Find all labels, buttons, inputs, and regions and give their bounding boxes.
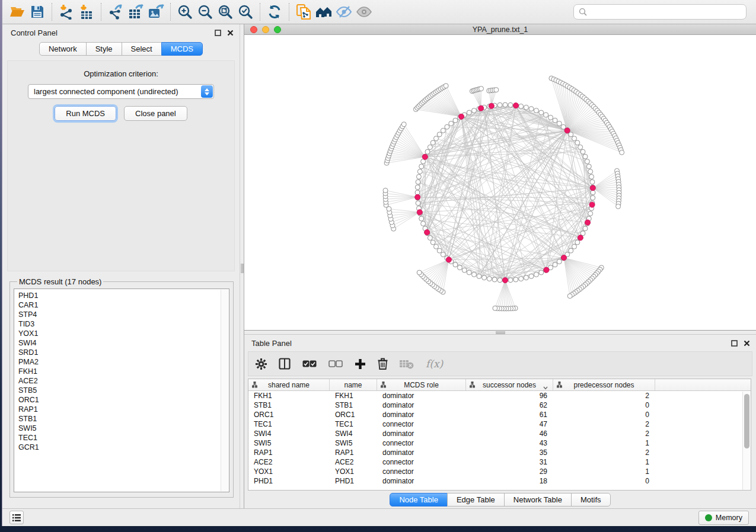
result-node[interactable]: GCR1 xyxy=(18,443,221,452)
network-node[interactable] xyxy=(589,174,594,179)
network-node[interactable] xyxy=(453,118,458,123)
network-node[interactable] xyxy=(620,150,624,155)
result-node[interactable]: ACE2 xyxy=(18,376,221,386)
mcds-hub-node[interactable] xyxy=(564,128,570,133)
table-row[interactable]: TEC1TEC1connector472 xyxy=(248,419,751,429)
result-node[interactable]: FKH1 xyxy=(18,367,221,376)
mcds-result-list[interactable]: PHD1CAR1STP4TID3YOX1SWI4SRD1PMA2FKH1ACE2… xyxy=(14,289,229,492)
list-scrollbar[interactable] xyxy=(221,290,228,491)
zoom-in-icon[interactable] xyxy=(175,2,195,21)
run-mcds-button[interactable]: Run MCDS xyxy=(55,106,116,121)
refresh-icon[interactable] xyxy=(264,2,285,21)
result-node[interactable]: TEC1 xyxy=(18,433,221,443)
network-node[interactable] xyxy=(519,104,524,108)
scrollbar-thumb[interactable] xyxy=(744,394,749,448)
table-row[interactable]: ACE2ACE2connector311 xyxy=(248,457,751,467)
close-panel-icon[interactable] xyxy=(744,340,750,347)
table-row[interactable]: SWI4SWI4dominator462 xyxy=(248,429,751,438)
tab-network[interactable]: Network xyxy=(39,42,87,56)
network-node[interactable] xyxy=(583,226,588,231)
memory-button[interactable]: Memory xyxy=(698,511,749,525)
network-node[interactable] xyxy=(419,216,424,221)
network-node[interactable] xyxy=(513,277,518,282)
network-node[interactable] xyxy=(567,294,572,299)
zoom-out-icon[interactable] xyxy=(195,2,215,21)
network-node[interactable] xyxy=(467,110,471,115)
network-window-titlebar[interactable]: YPA_prune.txt_1 xyxy=(244,24,756,35)
network-node[interactable] xyxy=(462,268,467,273)
network-node[interactable] xyxy=(529,107,534,111)
result-node[interactable]: STP4 xyxy=(18,310,221,319)
network-node[interactable] xyxy=(508,278,513,283)
network-node[interactable] xyxy=(578,145,583,149)
sort-chevron-icon[interactable] xyxy=(543,383,548,392)
tab-network-table[interactable]: Network Table xyxy=(504,493,572,507)
result-node[interactable]: SWI5 xyxy=(18,424,221,433)
tab-mcds[interactable]: MCDS xyxy=(161,42,203,56)
network-node[interactable] xyxy=(557,121,562,126)
export-network-icon[interactable] xyxy=(106,2,126,21)
network-node[interactable] xyxy=(534,272,538,277)
tab-node-table[interactable]: Node Table xyxy=(390,493,448,507)
tab-select[interactable]: Select xyxy=(122,42,162,56)
network-node[interactable] xyxy=(585,159,589,164)
select-all-icon[interactable] xyxy=(302,360,317,368)
network-node[interactable] xyxy=(553,118,557,123)
result-node[interactable]: SRD1 xyxy=(18,348,221,357)
network-node[interactable] xyxy=(383,188,388,193)
zoom-fit-icon[interactable] xyxy=(215,2,235,21)
network-node[interactable] xyxy=(580,149,585,154)
network-node[interactable] xyxy=(524,105,528,110)
node-table[interactable]: shared namenameMCDS rolesuccessor nodesp… xyxy=(248,379,751,491)
mcds-hub-node[interactable] xyxy=(585,220,590,225)
tab-motifs[interactable]: Motifs xyxy=(571,493,611,507)
result-node[interactable]: YOX1 xyxy=(18,329,221,338)
network-node[interactable] xyxy=(588,169,593,174)
network-node[interactable] xyxy=(539,270,544,275)
network-node[interactable] xyxy=(472,108,477,113)
network-node[interactable] xyxy=(482,275,487,280)
result-node[interactable]: STB5 xyxy=(18,386,221,395)
table-row[interactable]: YOX1YOX1connector291 xyxy=(248,467,751,476)
export-image-icon[interactable] xyxy=(146,2,166,21)
add-column-icon[interactable] xyxy=(355,358,366,370)
network-node[interactable] xyxy=(428,145,432,149)
network-node[interactable] xyxy=(425,149,430,154)
network-node[interactable] xyxy=(544,113,548,117)
mcds-hub-node[interactable] xyxy=(446,257,451,262)
horizontal-splitter[interactable] xyxy=(244,331,756,335)
network-node[interactable] xyxy=(588,211,593,216)
result-node[interactable]: CAR1 xyxy=(18,300,221,310)
network-node[interactable] xyxy=(472,272,477,277)
network-node[interactable] xyxy=(575,240,580,245)
column-header-shared-name[interactable]: shared name xyxy=(248,379,330,390)
table-row[interactable]: ORC1ORC1dominator610 xyxy=(248,410,751,419)
mcds-hub-node[interactable] xyxy=(415,194,420,200)
mcds-hub-node[interactable] xyxy=(479,105,484,111)
network-node[interactable] xyxy=(430,140,435,145)
network-node[interactable] xyxy=(583,154,588,159)
mcds-hub-node[interactable] xyxy=(578,235,583,241)
function-builder-icon[interactable]: f(x) xyxy=(426,358,443,370)
result-node[interactable]: SWI4 xyxy=(18,338,221,348)
delete-table-icon[interactable] xyxy=(400,359,414,369)
task-history-button[interactable] xyxy=(9,511,24,524)
network-node[interactable] xyxy=(539,110,544,115)
network-node[interactable] xyxy=(477,274,481,278)
network-node[interactable] xyxy=(421,221,426,226)
network-node[interactable] xyxy=(467,270,471,275)
show-columns-icon[interactable] xyxy=(279,358,291,370)
network-node[interactable] xyxy=(494,88,499,92)
network-node[interactable] xyxy=(487,277,492,281)
network-node[interactable] xyxy=(419,164,424,169)
table-row[interactable]: SWI5SWI5connector431 xyxy=(248,438,751,448)
import-network-icon[interactable] xyxy=(56,2,76,21)
table-row[interactable]: STB1STB1dominator620 xyxy=(248,400,751,410)
network-node[interactable] xyxy=(416,180,420,184)
table-row[interactable]: RAP1RAP1dominator352 xyxy=(248,448,751,457)
network-node[interactable] xyxy=(572,244,577,249)
mcds-hub-node[interactable] xyxy=(544,267,549,273)
column-header-mcds-role[interactable]: MCDS role xyxy=(377,379,466,390)
zoom-selected-icon[interactable] xyxy=(235,2,256,21)
network-node[interactable] xyxy=(557,259,562,264)
